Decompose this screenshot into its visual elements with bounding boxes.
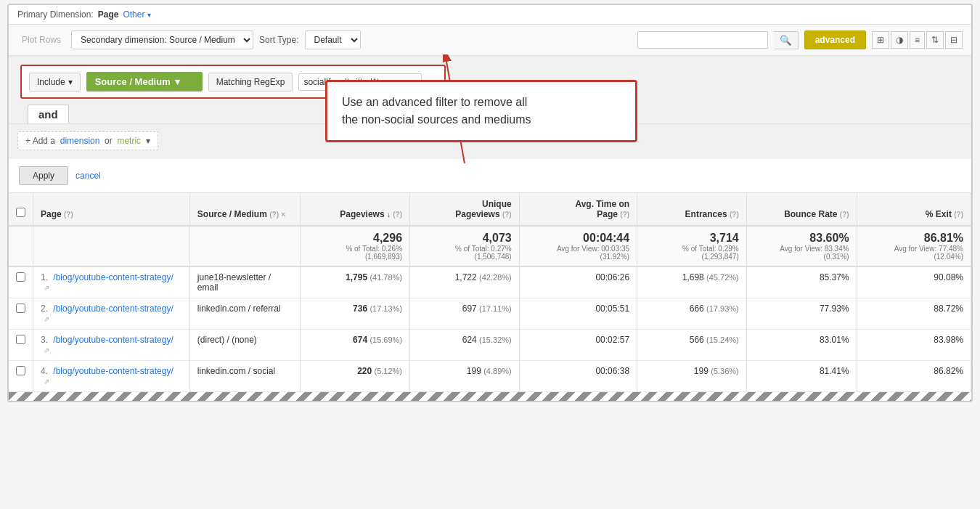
- row-pv-pct: (17.13%): [369, 304, 402, 313]
- col-header-unique-pageviews: UniquePageviews (?): [410, 193, 520, 226]
- external-link-icon: ⇗: [44, 346, 49, 354]
- total-check-cell: [9, 226, 33, 266]
- sort-type-select[interactable]: Default: [305, 30, 361, 49]
- row-upv-pct: (4.89%): [483, 367, 512, 375]
- unique-pv-help-icon: (?): [502, 211, 512, 219]
- include-dropdown-arrow: ▾: [68, 77, 73, 87]
- total-exit-sub: Avg for View: 77.48% (12.04%): [865, 245, 963, 261]
- row-number: 4.: [41, 366, 48, 376]
- row-upv-pct: (42.28%): [479, 273, 512, 282]
- col-header-avg-time: Avg. Time onPage (?): [519, 193, 637, 226]
- row-checkbox[interactable]: [16, 272, 25, 282]
- total-bounce-sub: Avg for View: 83.34% (0.31%): [754, 245, 849, 261]
- data-table: Page (?) Source / Medium (?) × Pageviews…: [9, 193, 971, 392]
- row-avg-time-cell: 00:02:57: [519, 330, 637, 361]
- external-link-icon: ⇗: [44, 378, 49, 386]
- col-header-source-medium: Source / Medium (?) ×: [189, 193, 301, 226]
- col-page-label: Page: [41, 209, 62, 219]
- row-page-cell: 2. /blog/youtube-content-strategy/ ⇗: [33, 298, 190, 330]
- cancel-link[interactable]: cancel: [75, 171, 101, 181]
- row-checkbox[interactable]: [16, 304, 25, 313]
- search-input[interactable]: [637, 31, 768, 49]
- total-pageviews-cell: 4,296 % of Total: 0.26% (1,669,893): [301, 226, 410, 266]
- row-unique-pv-cell: 1,722 (42.28%): [410, 266, 520, 298]
- page-link[interactable]: /blog/youtube-content-strategy/: [53, 272, 173, 282]
- row-number: 3.: [41, 335, 48, 345]
- apply-cancel-row: Apply cancel: [9, 159, 971, 193]
- col-header-page: Page (?): [33, 193, 190, 226]
- total-ent-sub: % of Total: 0.29% (1,293,847): [645, 245, 739, 261]
- col-pct-exit-label: % Exit: [926, 209, 952, 219]
- row-unique-pv-cell: 199 (4.89%): [410, 361, 520, 392]
- toolbar-row: Plot Rows Secondary dimension: Source / …: [9, 25, 971, 56]
- row-pageviews-cell: 220 (5.12%): [301, 361, 410, 392]
- row-number: 1.: [41, 272, 48, 282]
- row-source-medium-cell: june18-newsletter / email: [189, 266, 301, 298]
- search-button[interactable]: 🔍: [774, 31, 799, 49]
- view-pie-icon[interactable]: ◑: [891, 31, 908, 49]
- page-link[interactable]: /blog/youtube-content-strategy/: [53, 304, 173, 314]
- total-pv-sub: % of Total: 0.26% (1,669,893): [308, 245, 402, 261]
- primary-dimension-row: Primary Dimension: Page Other ▾: [9, 5, 971, 25]
- other-dropdown-arrow: ▾: [147, 11, 151, 19]
- add-dropdown-arrow: ▾: [146, 136, 150, 146]
- table-row: 2. /blog/youtube-content-strategy/ ⇗ lin…: [9, 298, 971, 330]
- col-header-pageviews: Pageviews ↓ (?): [301, 193, 410, 226]
- view-list-icon[interactable]: ≡: [910, 31, 925, 49]
- dimension-link[interactable]: dimension: [60, 136, 100, 146]
- row-ent-pct: (15.24%): [706, 335, 739, 344]
- view-pivot-icon[interactable]: ⇅: [926, 31, 944, 49]
- pageviews-help-icon: (?): [393, 211, 402, 219]
- page-link[interactable]: /blog/youtube-content-strategy/: [53, 366, 173, 376]
- source-medium-close-icon[interactable]: ×: [281, 211, 285, 219]
- primary-page-value: Page: [98, 9, 119, 20]
- row-checkbox[interactable]: [16, 335, 25, 344]
- row-source-medium-cell: (direct) / (none): [189, 330, 301, 361]
- row-bounce-rate-cell: 81.41%: [746, 361, 857, 392]
- source-medium-button[interactable]: Source / Medium ▾: [86, 72, 203, 91]
- source-medium-dropdown-arrow: ▾: [175, 76, 180, 87]
- row-avg-time-cell: 00:05:51: [519, 298, 637, 330]
- total-ent-main: 3,714: [645, 232, 739, 245]
- row-pv-pct: (41.78%): [369, 273, 402, 282]
- select-all-checkbox[interactable]: [16, 208, 25, 217]
- callout-text: Use an advanced filter to remove allthe …: [342, 96, 531, 126]
- table-row: 3. /blog/youtube-content-strategy/ ⇗ (di…: [9, 330, 971, 361]
- primary-other-link[interactable]: Other ▾: [123, 9, 150, 20]
- view-grid-icon[interactable]: ⊞: [872, 31, 889, 49]
- total-avg-sub: Avg for View: 00:03:35 (31.92%): [527, 245, 629, 261]
- include-button[interactable]: Include ▾: [29, 73, 81, 91]
- row-pct-exit-cell: 90.08%: [857, 266, 971, 298]
- pageviews-sort-icon[interactable]: ↓: [387, 211, 391, 219]
- total-row: 4,296 % of Total: 0.26% (1,669,893) 4,07…: [9, 226, 971, 266]
- add-dimension-button[interactable]: + Add a dimension or metric ▾: [17, 131, 158, 150]
- view-custom-icon[interactable]: ⊟: [945, 31, 963, 49]
- external-link-icon: ⇗: [44, 315, 49, 323]
- page-link[interactable]: /blog/youtube-content-strategy/: [53, 335, 173, 345]
- bounce-rate-help-icon: (?): [840, 211, 849, 219]
- row-avg-time-cell: 00:06:38: [519, 361, 637, 392]
- row-upv-pct: (15.32%): [479, 335, 512, 344]
- row-page-cell: 1. /blog/youtube-content-strategy/ ⇗: [33, 266, 190, 298]
- advanced-filter-button[interactable]: advanced: [804, 30, 866, 49]
- metric-link[interactable]: metric: [117, 136, 141, 146]
- col-header-pct-exit: % Exit (?): [857, 193, 971, 226]
- pct-exit-help-icon: (?): [954, 211, 963, 219]
- row-checkbox-cell: [9, 298, 33, 330]
- apply-button[interactable]: Apply: [19, 166, 68, 185]
- row-upv-pct: (17.11%): [479, 304, 512, 313]
- row-entrances-cell: 1,698 (45.72%): [637, 266, 747, 298]
- row-pageviews-cell: 736 (17.13%): [301, 298, 410, 330]
- row-pct-exit-cell: 88.72%: [857, 298, 971, 330]
- total-avg-main: 00:04:44: [527, 232, 629, 245]
- secondary-dimension-select[interactable]: Secondary dimension: Source / Medium: [71, 30, 253, 49]
- entrances-help-icon: (?): [730, 211, 739, 219]
- col-entrances-label: Entrances: [685, 209, 727, 219]
- sort-type-label: Sort Type:: [259, 35, 298, 45]
- total-exit-cell: 86.81% Avg for View: 77.48% (12.04%): [857, 226, 971, 266]
- plot-rows-button[interactable]: Plot Rows: [17, 32, 65, 48]
- row-number: 2.: [41, 304, 48, 314]
- matching-regexp-button[interactable]: Matching RegExp: [208, 73, 293, 91]
- row-checkbox[interactable]: [16, 366, 25, 375]
- total-unique-pv-cell: 4,073 % of Total: 0.27% (1,506,748): [410, 226, 520, 266]
